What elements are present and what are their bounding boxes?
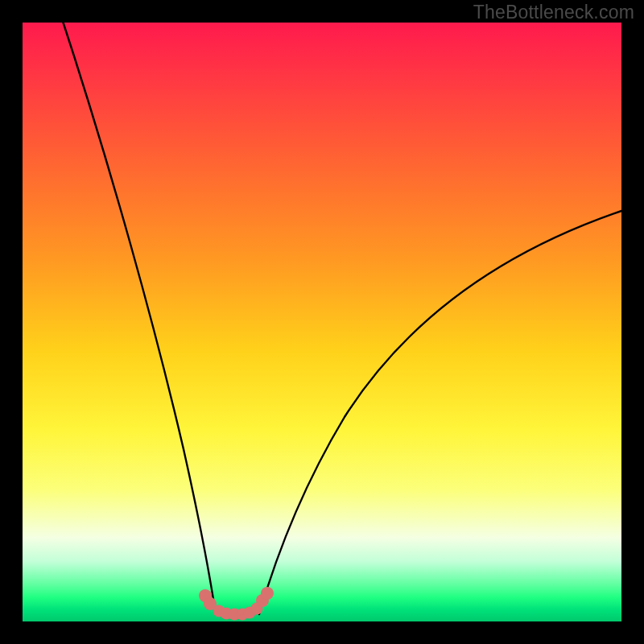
trough-dots (199, 587, 274, 621)
curve-right (259, 211, 621, 614)
watermark-text: TheBottleneck.com (473, 2, 634, 23)
chart-plot-area (23, 23, 621, 621)
chart-frame: TheBottleneck.com (0, 0, 644, 644)
chart-svg (23, 23, 621, 621)
svg-point-9 (261, 587, 274, 600)
curve-left (58, 6, 216, 614)
